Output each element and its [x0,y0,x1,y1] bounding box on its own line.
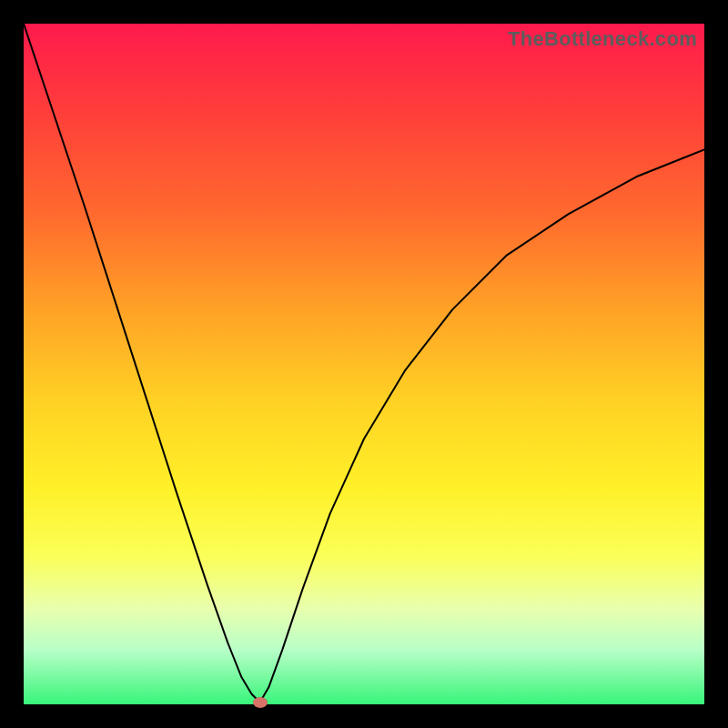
curve-svg [24,24,704,704]
plot-area: TheBottleneck.com [24,24,704,704]
chart-frame: TheBottleneck.com [0,0,728,728]
bottleneck-marker-icon [253,697,268,708]
watermark-text: TheBottleneck.com [508,27,697,51]
bottleneck-curve [24,24,704,703]
